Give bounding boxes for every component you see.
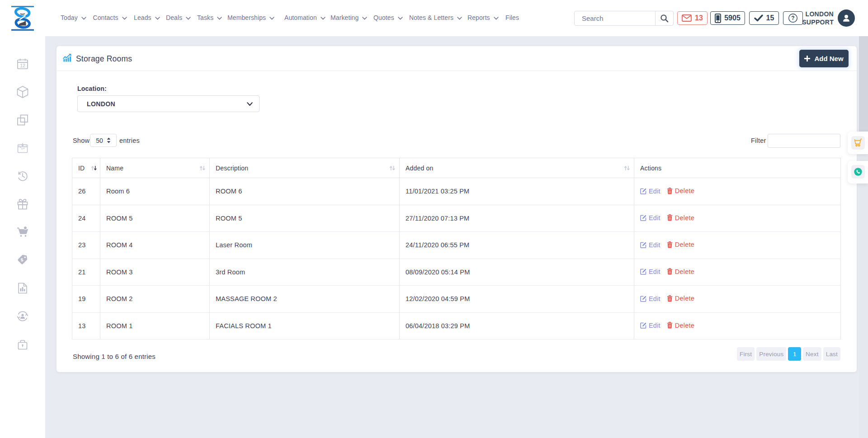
svg-text:12: 12 <box>20 63 25 68</box>
